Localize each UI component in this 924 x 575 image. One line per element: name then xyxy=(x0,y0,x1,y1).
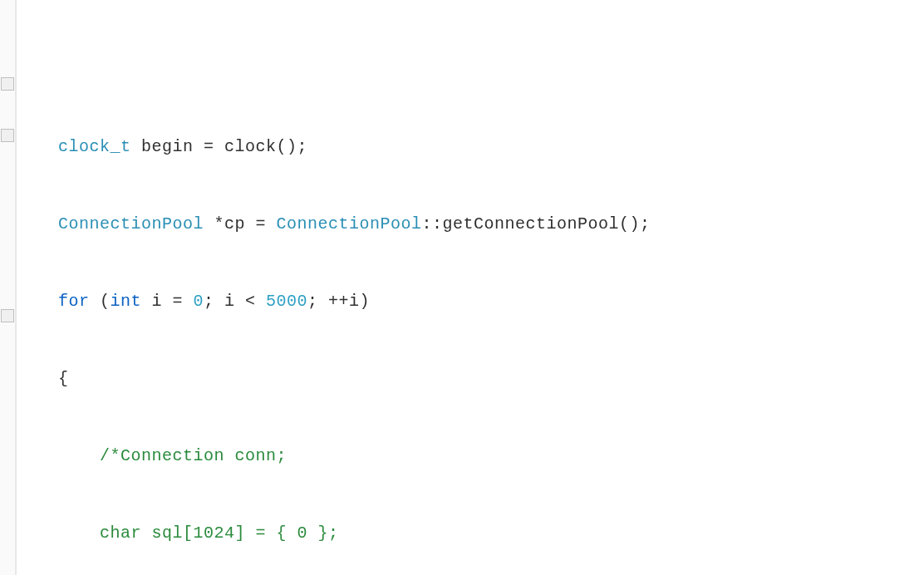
gutter-fold-marker[interactable] xyxy=(1,77,14,91)
code-line-1: clock_t begin = clock(); xyxy=(58,134,924,160)
code-line-4: { xyxy=(58,366,924,391)
gutter xyxy=(0,0,17,575)
code-block: clock_t begin = clock(); ConnectionPool … xyxy=(0,0,924,575)
code-line-5: /*Connection conn; xyxy=(58,443,924,469)
code-line-6: char sql[1024] = { 0 }; xyxy=(58,520,924,546)
gutter-fold-marker[interactable] xyxy=(1,129,14,142)
gutter-fold-marker[interactable] xyxy=(1,309,14,322)
code-line-3: for (int i = 0; i < 5000; ++i) xyxy=(58,288,924,314)
current-line-highlight xyxy=(15,417,924,445)
code-line-2: ConnectionPool *cp = ConnectionPool::get… xyxy=(58,211,924,237)
